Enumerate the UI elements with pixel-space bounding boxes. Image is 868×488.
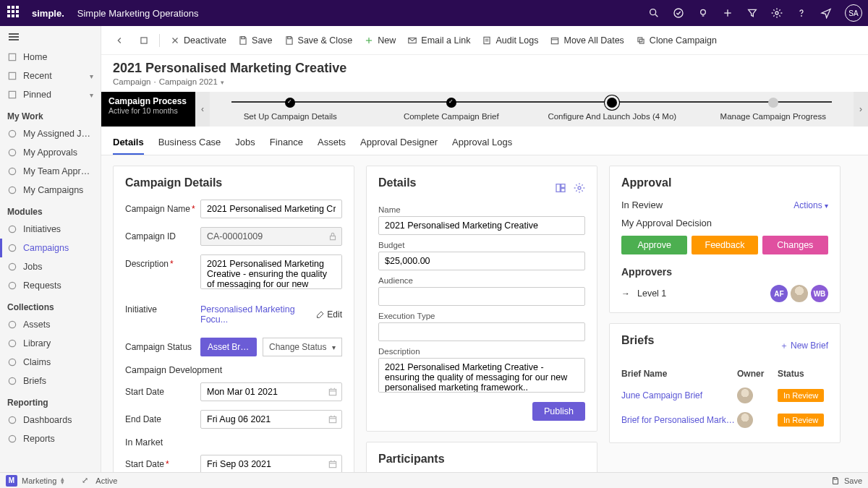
cmd-new[interactable]: New [358,33,401,48]
sidebar-item-assets[interactable]: Assets [0,315,101,334]
sidebar-item-dashboards[interactable]: Dashboards [0,411,101,429]
cmd-save-close[interactable]: Save & Close [278,33,359,48]
tab-approval-designer[interactable]: Approval Designer [360,131,438,155]
flow-next-button[interactable]: › [854,92,868,127]
budget-input[interactable] [378,252,585,270]
sidebar-item-library[interactable]: Library [0,334,101,353]
execution-type-input[interactable] [378,322,585,341]
sidebar-item-recent[interactable]: Recent▾ [0,67,101,85]
svg-point-12 [9,130,15,137]
hamburger-icon[interactable] [0,26,101,48]
briefs-card: Briefs ＋ New Brief Brief Name Owner Stat… [609,323,841,443]
sidebar-item-home[interactable]: Home [0,48,101,67]
command-bar: DeactivateSaveSave & CloseNewEmail a Lin… [101,26,868,55]
svg-rect-10 [9,72,15,79]
changes-button[interactable]: Changes [762,236,828,254]
stage-configure-and-launch-jobs-4-mo-[interactable]: Configure And Launch Jobs (4 Mo) [532,98,693,121]
stage-manage-campaign-progress[interactable]: Manage Campaign Progress [693,98,854,121]
sidebar-item-briefs[interactable]: Briefs [0,372,101,390]
svg-point-22 [9,359,15,365]
svg-rect-39 [331,236,336,239]
cmd-clone-campaign[interactable]: Clone Campaign [630,33,723,48]
tab-details[interactable]: Details [113,131,144,155]
sidebar-item-claims[interactable]: Claims [0,353,101,372]
sidebar-item-requests[interactable]: Requests [0,276,101,295]
sidebar-item-pinned[interactable]: Pinned▾ [0,85,101,104]
breadcrumb[interactable]: Campaign·Campaign 2021▾ [113,77,856,86]
bulb-icon[interactable] [697,7,709,19]
description-textarea[interactable] [200,254,342,289]
process-label: Campaign Process Active for 10 months [101,92,195,127]
main-content: DeactivateSaveSave & CloseNewEmail a Lin… [101,26,868,472]
sidebar-item-my-assigned-jobs[interactable]: My Assigned Jobs [0,124,101,143]
module-label[interactable]: Marketing [22,476,56,485]
audience-input[interactable] [378,287,585,306]
change-status-select[interactable]: Change Status▾ [263,338,342,356]
send-icon[interactable] [820,7,832,19]
footer-save-button[interactable]: Save [844,476,862,485]
sidebar-item-campaigns[interactable]: Campaigns [0,239,101,257]
owner-avatar[interactable] [737,412,753,428]
plus-icon[interactable] [722,7,733,19]
svg-rect-40 [329,390,336,395]
initiative-link[interactable]: Personalised Marketing Focu... [200,300,310,329]
approver-avatar[interactable]: AF [770,285,788,302]
svg-rect-38 [639,39,644,43]
popout-button[interactable] [133,33,155,48]
back-button[interactable] [109,33,130,48]
participants-card: Participants Owner Simple Admin - Austra… [366,442,597,472]
cmd-deactivate[interactable]: Deactivate [164,33,232,48]
approver-avatar[interactable] [791,285,808,302]
stage-set-up-campaign-details[interactable]: Set Up Campaign Details [210,98,371,121]
svg-rect-56 [556,184,560,192]
stage-complete-campaign-brief[interactable]: Complete Campaign Brief [371,98,532,121]
approve-button[interactable]: Approve [621,236,687,254]
approver-avatar[interactable]: WB [811,285,828,302]
details-description-textarea[interactable] [378,358,585,393]
module-badge[interactable]: M [6,475,17,487]
new-brief-button[interactable]: ＋ New Brief [780,340,828,352]
market-start-date-input[interactable] [200,455,342,472]
module-switcher-icon[interactable]: ▴▾ [61,477,64,484]
cmd-audit-logs[interactable]: Audit Logs [476,33,544,48]
cmd-email-a-link[interactable]: Email a Link [401,33,476,48]
approval-actions-button[interactable]: Actions ▾ [793,200,828,210]
tab-business-case[interactable]: Business Case [158,131,221,155]
initiative-edit-button[interactable]: Edit [316,309,342,320]
sidebar-item-my-team-approv-[interactable]: My Team Approv... [0,162,101,181]
brief-link[interactable]: Brief for Personalised Marketing Cam... [621,415,737,425]
flow-prev-button[interactable]: ‹ [195,92,210,127]
tab-jobs[interactable]: Jobs [235,131,255,155]
dev-end-date-input[interactable] [200,410,342,429]
layout-icon[interactable] [555,182,566,194]
tab-assets[interactable]: Assets [318,131,346,155]
sidebar-item-initiatives[interactable]: Initiatives [0,220,101,239]
brief-link[interactable]: June Campaign Brief [621,390,737,401]
sidebar-item-my-campaigns[interactable]: My Campaigns [0,181,101,200]
cmd-save[interactable]: Save [232,33,278,48]
dev-start-date-input[interactable] [200,382,342,401]
task-icon[interactable] [673,7,684,19]
help-icon[interactable] [796,7,807,19]
user-avatar[interactable]: SA [845,4,862,22]
tab-finance[interactable]: Finance [270,131,303,155]
filter-icon[interactable] [746,7,758,19]
sidebar-item-jobs[interactable]: Jobs [0,257,101,276]
cmd-move-all-dates[interactable]: Move All Dates [544,33,629,48]
gear-icon[interactable] [771,7,783,19]
tab-approval-logs[interactable]: Approval Logs [452,131,512,155]
gear-icon[interactable] [574,182,585,194]
search-icon[interactable] [648,7,660,19]
details-name-input[interactable] [378,216,585,235]
app-launcher-icon[interactable] [7,6,22,20]
feedback-button[interactable]: Feedback [692,236,757,254]
svg-rect-26 [141,37,147,43]
sidebar-item-my-approvals[interactable]: My Approvals [0,143,101,162]
publish-button[interactable]: Publish [532,402,585,421]
svg-rect-58 [561,189,565,192]
brief-row: June Campaign BriefIn Review [621,383,828,408]
campaign-name-input[interactable] [200,200,342,218]
owner-avatar[interactable] [737,388,753,403]
sidebar-item-reports[interactable]: Reports [0,429,101,448]
svg-rect-27 [242,36,245,38]
